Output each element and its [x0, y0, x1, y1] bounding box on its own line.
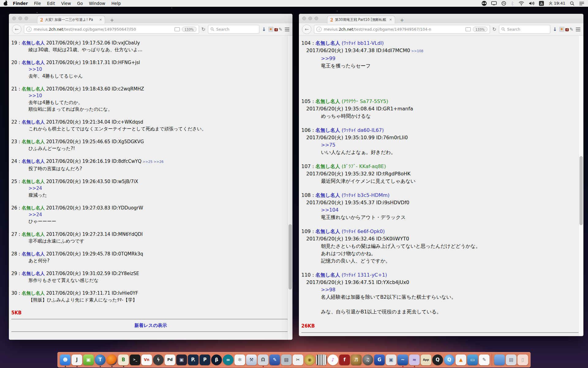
- dock-icon-thunderbird[interactable]: T: [95, 355, 106, 365]
- dock-icon-quicktime7[interactable]: Q: [432, 355, 443, 365]
- dock-icon-puredata[interactable]: Pd: [165, 355, 175, 365]
- zoom-window-button[interactable]: [315, 17, 318, 20]
- time-machine-icon[interactable]: [501, 1, 506, 6]
- reply-link[interactable]: >>98: [301, 286, 577, 293]
- post-author[interactable]: 名無し名人: [22, 205, 45, 211]
- dock-icon-trash[interactable]: ▯: [518, 355, 528, 365]
- dock-icon-documents-stack[interactable]: ▤: [506, 355, 517, 365]
- dock-icon-downloads-folder[interactable]: [494, 355, 505, 365]
- reply-link[interactable]: >>75: [301, 141, 577, 149]
- zoom-window-button[interactable]: [24, 17, 28, 20]
- dock-icon-finder[interactable]: ☻: [60, 355, 71, 365]
- dock-icon-scanner[interactable]: ▤: [281, 355, 292, 365]
- dock-icon-keynote[interactable]: ▭: [467, 355, 478, 365]
- new-tab-button[interactable]: +: [400, 18, 404, 23]
- dock-icon-zip-utility[interactable]: ϟ: [153, 355, 164, 365]
- spotlight-icon[interactable]: [570, 1, 575, 6]
- dock-icon-scissors-app[interactable]: ✂: [293, 355, 303, 365]
- post-author[interactable]: 名無し名人: [22, 159, 45, 164]
- scrollbar-thumb[interactable]: [288, 224, 292, 289]
- tab-close-icon[interactable]: ✕: [389, 18, 392, 22]
- tab-close-icon[interactable]: ✕: [99, 18, 102, 22]
- dock-icon-g-house[interactable]: G: [374, 355, 385, 365]
- post-author[interactable]: 名無し名人: [315, 98, 340, 104]
- reload-button[interactable]: ↻: [202, 26, 205, 32]
- dock-icon-flash[interactable]: f: [339, 355, 350, 365]
- dock-icon-intel-power-gadget[interactable]: ~: [398, 355, 408, 365]
- post-author[interactable]: 名無し名人: [22, 290, 45, 296]
- reply-link[interactable]: >>99: [301, 55, 577, 62]
- menu-app-name[interactable]: Finder: [13, 1, 28, 6]
- search-bar[interactable]: Search: [208, 25, 259, 34]
- dock-icon-cube-app[interactable]: ▣: [176, 355, 187, 365]
- airplay-display-icon[interactable]: [491, 1, 497, 6]
- post-author[interactable]: 名無し名人: [315, 163, 340, 169]
- volume-icon[interactable]: [529, 1, 534, 6]
- post-author[interactable]: 名無し名人: [22, 179, 45, 184]
- reader-mode-icon[interactable]: [175, 27, 180, 31]
- extension-icon[interactable]: [559, 27, 564, 32]
- new-posts-link[interactable]: 新着レスの表示: [299, 335, 583, 336]
- reply-link[interactable]: >>104: [301, 206, 577, 214]
- dock-icon-quicktime[interactable]: Q: [444, 355, 455, 365]
- post-author[interactable]: 名無し名人: [22, 251, 45, 257]
- dock-icon-terminal[interactable]: >_: [130, 355, 141, 365]
- scrollbar-track[interactable]: [288, 36, 292, 340]
- minimize-window-button[interactable]: [18, 17, 22, 20]
- dock-icon-beta-circle[interactable]: β: [211, 355, 222, 365]
- dock-icon-bathyscaphe[interactable]: B: [118, 355, 129, 365]
- page-info-icon[interactable]: i: [26, 27, 32, 32]
- post-author[interactable]: 名無し名人: [22, 119, 45, 125]
- menu-item-window[interactable]: Window: [89, 1, 105, 6]
- browser-tab[interactable]: 2 第30期竜王戦 Part10 [無断転載 ✕: [327, 16, 395, 24]
- page-info-icon[interactable]: i: [316, 27, 322, 32]
- menu-hamburger-button[interactable]: [576, 28, 580, 31]
- menu-clock[interactable]: 火 19:41: [548, 1, 565, 6]
- dock-icon-blue-notebook[interactable]: ✎: [270, 355, 280, 365]
- post-author[interactable]: 名無し名人: [22, 139, 45, 144]
- new-tab-button[interactable]: +: [110, 18, 114, 23]
- new-posts-link[interactable]: 新着レスの表示: [9, 322, 292, 329]
- reply-link[interactable]: >>24: [11, 185, 286, 192]
- notification-center-icon[interactable]: [579, 2, 584, 6]
- post-backlinks[interactable]: >>25 >>26: [141, 160, 164, 164]
- close-window-button[interactable]: [302, 17, 306, 20]
- dock-icon-p-dark[interactable]: P: [200, 355, 210, 365]
- post-author[interactable]: 名無し名人: [315, 127, 340, 133]
- dock-icon-jedit[interactable]: J: [72, 355, 82, 365]
- dock-icon-firefox[interactable]: [107, 355, 117, 365]
- reply-link[interactable]: >>10: [11, 92, 286, 99]
- menu-item-help[interactable]: Help: [111, 1, 121, 6]
- post-author[interactable]: 名無し名人: [22, 86, 45, 92]
- reply-link[interactable]: >>10: [11, 66, 286, 73]
- dock-icon-arduino[interactable]: ∞: [223, 355, 234, 365]
- dock-icon-p-writer[interactable]: P.: [188, 355, 199, 365]
- post-author[interactable]: 名無し名人: [315, 228, 340, 234]
- browser-tab[interactable]: 2 大変! 加藤一二三が引退よ! Pa ✕: [37, 16, 105, 24]
- post-author[interactable]: 名無し名人: [315, 272, 340, 278]
- minimize-window-button[interactable]: [308, 17, 312, 20]
- reload-button[interactable]: ↻: [492, 26, 496, 32]
- close-window-button[interactable]: [12, 17, 16, 20]
- scrollbar-thumb[interactable]: [579, 156, 583, 225]
- search-bar[interactable]: Search: [499, 25, 550, 34]
- compose-icon[interactable]: ✎: [569, 27, 573, 32]
- dock-icon-vlc[interactable]: ▲: [456, 355, 466, 365]
- post-author[interactable]: 名無し名人: [22, 60, 45, 65]
- menu-item-edit[interactable]: Edit: [47, 1, 55, 6]
- back-button[interactable]: ←: [302, 25, 311, 34]
- post-backlinks[interactable]: >>108: [410, 49, 423, 53]
- downloads-button[interactable]: ↓: [553, 26, 557, 32]
- reply-link[interactable]: >>24: [11, 211, 286, 218]
- dock-icon-photo-viewer[interactable]: ▣: [386, 355, 397, 365]
- reader-mode-icon[interactable]: [466, 27, 471, 31]
- dock-icon-vnc-viewer[interactable]: Vn: [141, 355, 152, 365]
- url-bar[interactable]: i mevius.2ch.net/test/read.cgi/bgame/149…: [24, 25, 199, 34]
- back-button[interactable]: ←: [12, 25, 21, 34]
- apple-menu-icon[interactable]: [4, 1, 8, 6]
- dock-icon-wind-turbine[interactable]: ✻: [235, 355, 245, 365]
- dock-icon-image-capture[interactable]: ▣: [83, 355, 94, 365]
- dock-icon-gold-seal[interactable]: ◉: [304, 355, 315, 365]
- menu-item-file[interactable]: File: [34, 1, 41, 6]
- extension-icon[interactable]: [268, 27, 273, 32]
